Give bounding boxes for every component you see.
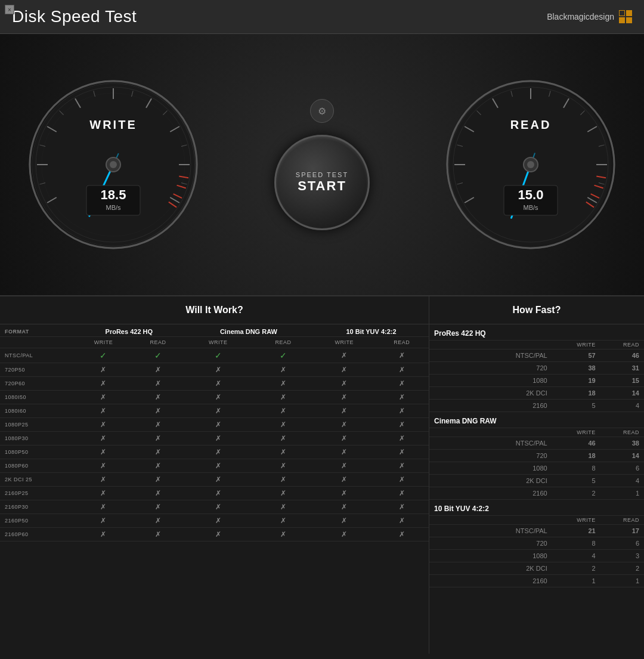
cross-icon: ✗	[155, 393, 161, 401]
value-cell: ✗	[132, 432, 184, 445]
value-cell: ✗	[184, 391, 253, 404]
cross-icon: ✗	[399, 462, 405, 470]
cross-icon: ✗	[100, 379, 106, 388]
value-cell: ✗	[184, 418, 253, 432]
svg-point-30	[110, 161, 117, 168]
value-cell: ✗	[314, 500, 375, 514]
table-row: 2160p30✗✗✗✗✗✗	[0, 500, 429, 514]
read-value: 1	[600, 487, 644, 500]
value-cell: ✗	[253, 528, 314, 542]
read-value: 1	[600, 575, 644, 587]
value-cell: ✗	[75, 500, 132, 514]
table-row: 2160p50✗✗✗✗✗✗	[0, 514, 429, 528]
value-cell: ✗	[132, 487, 184, 500]
data-row: 216011	[429, 575, 644, 587]
table-row: 1080p30✗✗✗✗✗✗	[0, 432, 429, 445]
value-cell: ✗	[375, 404, 429, 418]
value-cell: ✗	[375, 391, 429, 404]
prores-read-header: READ	[132, 337, 184, 348]
cross-icon: ✗	[215, 475, 221, 484]
write-label	[552, 412, 600, 428]
value-cell: ✗	[314, 377, 375, 391]
value-cell: ✗	[253, 514, 314, 528]
value-cell: ✗	[375, 514, 429, 528]
write-subheader: WRITE	[552, 341, 600, 349]
prores-col-header: ProRes 422 HQ	[75, 324, 184, 337]
category-row: 10 Bit YUV 4:2:2	[429, 500, 644, 516]
wr-rd-subheader: WRITEREAD	[429, 428, 644, 437]
cross-icon: ✗	[280, 366, 286, 374]
row-label: 1080	[429, 462, 552, 475]
cross-icon: ✗	[215, 503, 221, 511]
data-row: NTSC/PAL5746	[429, 349, 644, 362]
read-value: 14	[600, 387, 644, 400]
value-cell: ✗	[314, 391, 375, 404]
svg-text:18.5: 18.5	[101, 187, 126, 202]
yuv-read-header: READ	[375, 337, 429, 348]
row-label: 1080	[429, 375, 552, 387]
value-cell: ✗	[375, 418, 429, 432]
read-value: 38	[600, 437, 644, 450]
cross-icon: ✗	[280, 503, 286, 511]
value-cell: ✗	[314, 459, 375, 473]
value-cell: ✗	[375, 432, 429, 445]
value-cell: ✗	[75, 418, 132, 432]
value-cell: ✗	[75, 514, 132, 528]
dng-col-header: Cinema DNG RAW	[184, 324, 314, 337]
cross-icon: ✗	[280, 516, 286, 525]
write-value: 5	[552, 475, 600, 487]
write-value: 8	[552, 537, 600, 550]
empty-subheader	[0, 337, 75, 348]
data-row: 72086	[429, 537, 644, 550]
data-row: 2K DCI54	[429, 475, 644, 487]
cross-icon: ✗	[215, 516, 221, 525]
cross-icon: ✗	[341, 434, 347, 443]
write-label	[552, 324, 600, 341]
cross-icon: ✗	[215, 407, 221, 415]
will-it-work-header: Will It Work?	[0, 296, 429, 324]
cross-icon: ✗	[100, 503, 106, 511]
cross-icon: ✗	[215, 448, 221, 456]
cross-icon: ✗	[399, 393, 405, 401]
check-icon: ✓	[280, 351, 287, 360]
write-value: 8	[552, 462, 600, 475]
bottom-section: Will It Work? FORMAT ProRes 422 HQ Cinem…	[0, 296, 644, 654]
read-gauge: READ 15.0 MB/s	[435, 75, 626, 254]
value-cell: ✗	[75, 391, 132, 404]
data-row: 2K DCI1814	[429, 387, 644, 400]
read-label	[600, 324, 644, 341]
data-row: 7201814	[429, 450, 644, 462]
cross-icon: ✗	[399, 516, 405, 525]
cross-icon: ✗	[100, 434, 106, 443]
will-it-work-panel: Will It Work? FORMAT ProRes 422 HQ Cinem…	[0, 296, 429, 654]
value-cell: ✗	[132, 363, 184, 377]
table-row: 1080i60✗✗✗✗✗✗	[0, 404, 429, 418]
close-button[interactable]: ×	[5, 5, 14, 14]
cross-icon: ✗	[215, 489, 221, 497]
cross-icon: ✗	[100, 420, 106, 429]
value-cell: ✗	[314, 445, 375, 459]
start-button[interactable]: SPEED TEST START	[274, 135, 370, 230]
value-cell: ✗	[253, 487, 314, 500]
cross-icon: ✗	[215, 530, 221, 539]
cross-icon: ✗	[341, 475, 347, 484]
cross-icon: ✗	[155, 407, 161, 415]
value-cell: ✗	[75, 445, 132, 459]
value-cell: ✗	[184, 377, 253, 391]
format-cell: 2160p30	[0, 500, 75, 514]
category-label: 10 Bit YUV 4:2:2	[429, 500, 552, 516]
table-row: 2K DCI 25✗✗✗✗✗✗	[0, 473, 429, 487]
format-cell: 2160p25	[0, 487, 75, 500]
settings-button[interactable]: ⚙	[310, 99, 334, 123]
cross-icon: ✗	[100, 393, 106, 401]
write-value: 2	[552, 487, 600, 500]
cross-icon: ✗	[399, 489, 405, 497]
value-cell: ✓	[75, 348, 132, 363]
cross-icon: ✗	[399, 351, 405, 360]
value-cell: ✗	[375, 459, 429, 473]
cross-icon: ✗	[215, 462, 221, 470]
format-cell: 1080p30	[0, 432, 75, 445]
brand-logo: Blackmagicdesign	[547, 10, 632, 23]
cross-icon: ✗	[280, 420, 286, 429]
value-cell: ✗	[253, 473, 314, 487]
